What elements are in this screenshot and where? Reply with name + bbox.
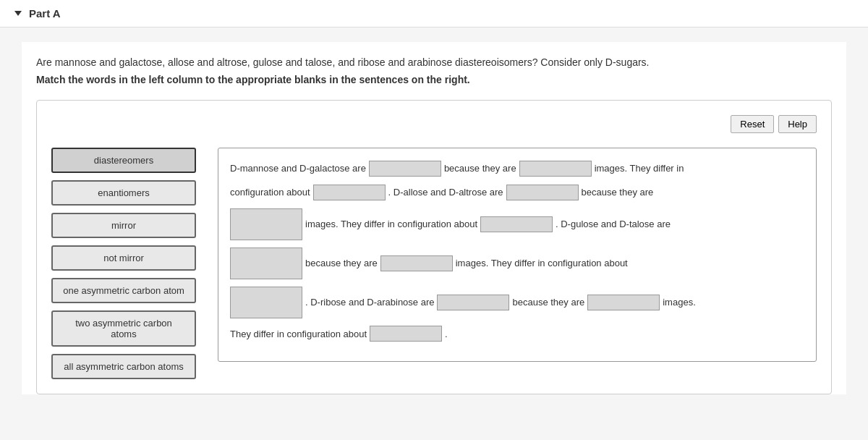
draggable-not-mirror[interactable]: not mirror — [51, 245, 196, 271]
blank-s1-2[interactable] — [519, 161, 592, 177]
sentence-line-3: images. They differ in configuration abo… — [230, 208, 804, 240]
draggable-enantiomers[interactable]: enantiomers — [51, 180, 196, 206]
text-s2-1: configuration about — [230, 184, 310, 200]
blank-s5-1[interactable] — [230, 287, 302, 318]
left-column: diastereomers enantiomers mirror not mir… — [51, 148, 196, 379]
sentence-line-6: They differ in configuration about . — [230, 326, 804, 342]
text-s6-2: . — [445, 326, 448, 342]
sentence-line-2: configuration about . D-allose and D-alt… — [230, 184, 804, 200]
text-s4-1: because they are — [305, 255, 378, 271]
sentence-line-5: . D-ribose and D-arabinose are because t… — [230, 287, 804, 318]
chevron-down-icon[interactable] — [14, 11, 22, 16]
main-content: Are mannose and galactose, allose and al… — [22, 42, 846, 394]
text-s2-2: . D-allose and D-altrose are — [388, 184, 503, 200]
draggable-mirror[interactable]: mirror — [51, 213, 196, 238]
reset-button[interactable]: Reset — [731, 115, 774, 133]
text-s5-2: because they are — [512, 294, 584, 310]
text-s6-1: They differ in configuration about — [230, 326, 367, 342]
part-label: Part A — [29, 7, 61, 20]
draggable-diastereomers[interactable]: diastereomers — [51, 148, 196, 173]
blank-s2-2[interactable] — [506, 185, 579, 200]
text-s4-2: images. They differ in configuration abo… — [456, 255, 628, 271]
exercise-body: diastereomers enantiomers mirror not mir… — [51, 148, 817, 379]
instruction-text: Match the words in the left column to th… — [22, 74, 846, 85]
blank-s1-1[interactable] — [369, 161, 441, 177]
top-buttons: Reset Help — [51, 115, 817, 133]
blank-s6-1[interactable] — [370, 326, 442, 342]
header-bar: Part A — [0, 0, 868, 28]
text-s3-2: . D-gulose and D-talose are — [556, 216, 671, 232]
text-s1-1: D-mannose and D-galactose are — [230, 160, 366, 177]
blank-s5-2[interactable] — [437, 295, 509, 310]
draggable-all-asymmetric[interactable]: all asymmetric carbon atoms — [51, 354, 196, 379]
blank-s5-3[interactable] — [587, 295, 660, 310]
sentence-line-1: D-mannose and D-galactose are because th… — [230, 160, 804, 177]
text-s5-3: images. — [663, 294, 696, 310]
blank-s3-2[interactable] — [480, 216, 553, 232]
help-button[interactable]: Help — [778, 115, 817, 133]
text-s1-2: because they are — [444, 160, 516, 177]
blank-s3-1[interactable] — [230, 208, 302, 240]
question-text: Are mannose and galactose, allose and al… — [22, 56, 846, 68]
text-s2-3: because they are — [582, 184, 654, 200]
text-s1-3: images. They differ in — [595, 160, 684, 177]
text-s3-1: images. They differ in configuration abo… — [305, 216, 477, 232]
blank-s4-2[interactable] — [380, 255, 453, 271]
text-s5-1: . D-ribose and D-arabinose are — [305, 294, 434, 310]
draggable-one-asymmetric[interactable]: one asymmetric carbon atom — [51, 278, 196, 303]
draggable-two-asymmetric[interactable]: two asymmetric carbonatoms — [51, 310, 196, 347]
blank-s2-1[interactable] — [313, 185, 386, 200]
sentence-line-4: because they are images. They differ in … — [230, 248, 804, 279]
right-column: D-mannose and D-galactose are because th… — [218, 148, 817, 362]
blank-s4-1[interactable] — [230, 248, 302, 279]
exercise-container: Reset Help diastereomers enantiomers mir… — [36, 100, 832, 394]
